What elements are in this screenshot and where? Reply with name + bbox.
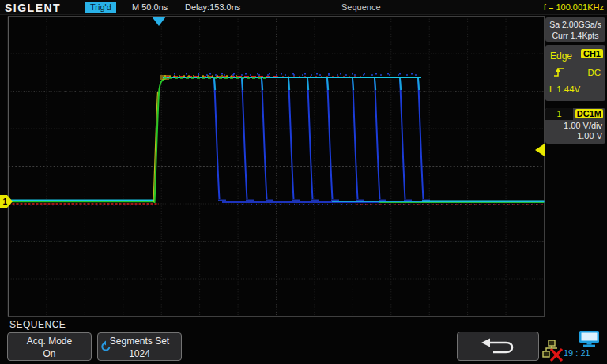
trigger-coupling-label: DC <box>587 68 601 77</box>
channel1-zero-marker-label: 1 <box>3 197 8 206</box>
return-arrow-icon <box>477 337 518 356</box>
acq-mode-value: On <box>8 347 91 360</box>
channel1-zero-marker[interactable] <box>0 195 13 208</box>
trigger-level-readout: L 1.44V <box>549 84 580 94</box>
acquisition-info-panel: Sa 2.00GSa/s Curr 1.4Kpts <box>545 17 605 42</box>
acq-mode-button[interactable]: Acq. Mode On <box>7 332 92 361</box>
memory-depth: Curr 1.4Kpts <box>545 30 605 41</box>
trigger-status-badge: Trig'd <box>85 2 116 13</box>
channel1-coupling-badge: DC1M <box>575 109 603 118</box>
top-status-bar: SIGLENT Trig'd M 50.0ns Delay:153.0ns Se… <box>0 0 607 15</box>
channel1-info-panel: 1 DC1M 1.00 V/div -1.00 V <box>545 108 605 144</box>
channel1-scale-readout: 1.00 V/div <box>564 121 602 130</box>
delay-readout: Delay:153.0ns <box>185 2 240 12</box>
acq-mode-label: Acq. Mode <box>8 335 91 347</box>
trigger-level-marker[interactable] <box>535 144 545 156</box>
oscilloscope-screen: SIGLENT Trig'd M 50.0ns Delay:153.0ns Se… <box>0 0 607 364</box>
trigger-type-label: Edge <box>550 51 572 62</box>
trigger-source-badge: CH1 <box>581 49 603 58</box>
clock-readout: 19 : 21 <box>564 348 590 358</box>
mode-title: Sequence <box>341 2 381 12</box>
rising-edge-icon <box>552 66 566 78</box>
rotate-knob-icon <box>100 340 111 352</box>
trigger-info-panel: Edge CH1 DC L 1.44V <box>545 45 605 101</box>
lan-disconnected-icon <box>542 340 564 362</box>
remote-display-icon <box>579 331 600 347</box>
channel1-number-tab: 1 <box>545 108 573 120</box>
waveform-display: 1 <box>0 0 607 364</box>
trigger-position-marker[interactable] <box>152 17 166 26</box>
menu-title: SEQUENCE <box>9 319 66 330</box>
channel1-offset-readout: -1.00 V <box>575 131 602 141</box>
frequency-counter-readout: f = 100.001KHz <box>544 2 604 12</box>
sample-rate: Sa 2.00GSa/s <box>545 19 605 30</box>
brand-logo: SIGLENT <box>5 2 61 14</box>
timebase-readout: M 50.0ns <box>132 2 168 12</box>
